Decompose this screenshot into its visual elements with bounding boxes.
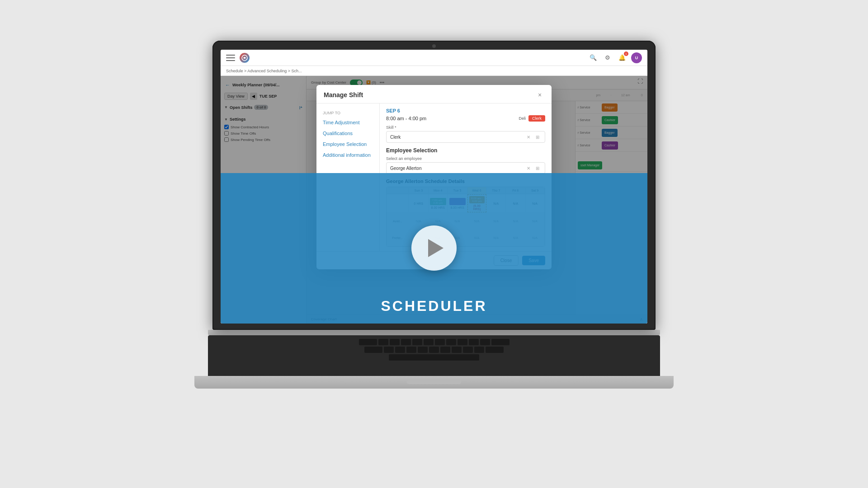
- video-player[interactable]: SCHEDULER: [221, 173, 647, 324]
- key-k: [463, 347, 473, 353]
- modal-date: SEP 6: [386, 108, 545, 113]
- key-r: [412, 339, 422, 345]
- top-nav: 🔍 ⚙ 🔔 1 U: [221, 50, 647, 66]
- key-s: [395, 347, 405, 353]
- modal-close-button[interactable]: ×: [535, 90, 544, 99]
- modal-title: Manage Shift: [324, 91, 363, 99]
- clear-skill-icon[interactable]: ✕: [525, 133, 532, 141]
- key-back: [491, 339, 509, 345]
- laptop-screen: 🔍 ⚙ 🔔 1 U Schedule > Advanced Scheduling…: [221, 50, 647, 324]
- notification-badge: 1: [624, 52, 628, 56]
- employee-section-title: Employee Selection: [386, 147, 545, 154]
- key-e: [401, 339, 411, 345]
- modal-time-range: 8:00 am - 4:00 pm Deli Clerk: [386, 115, 545, 122]
- laptop-hinge: [208, 330, 660, 335]
- key-tab: [359, 339, 377, 345]
- key-u: [446, 339, 456, 345]
- key-j: [452, 347, 462, 353]
- key-g: [429, 347, 439, 353]
- search-skill-icon[interactable]: ⊞: [534, 133, 541, 141]
- skill-badge: Clerk: [528, 115, 545, 122]
- skill-input[interactable]: Clerk ✕ ⊞: [386, 131, 545, 143]
- key-i: [458, 339, 467, 345]
- notification-icon[interactable]: 🔔 1: [617, 52, 627, 63]
- nav-employee-selection[interactable]: Employee Selection: [316, 139, 379, 150]
- trackpad: [407, 380, 461, 384]
- settings-icon[interactable]: ⚙: [602, 52, 613, 63]
- skill-input-icons: ✕ ⊞: [525, 133, 541, 141]
- key-o: [469, 339, 479, 345]
- key-w: [390, 339, 400, 345]
- employee-input-icons: ✕ ⊞: [525, 164, 541, 172]
- nav-qualifications[interactable]: Qualifications: [316, 128, 379, 139]
- modal-header: Manage Shift ×: [316, 85, 552, 103]
- skill-input-value: Clerk: [390, 135, 525, 140]
- employee-input-value: George Allerton: [390, 166, 525, 171]
- laptop-base: [194, 376, 674, 389]
- play-triangle-icon: [428, 239, 443, 257]
- nav-additional-info[interactable]: Additional information: [316, 150, 379, 160]
- nav-time-adjustment[interactable]: Time Adjustment: [316, 117, 379, 128]
- breadcrumb: Schedule > Advanced Scheduling > Sch...: [221, 66, 647, 76]
- key-t: [424, 339, 434, 345]
- nav-icons: 🔍 ⚙ 🔔 1 U: [588, 52, 642, 63]
- app-logo: [240, 53, 250, 63]
- key-l: [474, 347, 484, 353]
- laptop-keyboard: [208, 335, 660, 376]
- key-space: [389, 354, 479, 361]
- key-d: [406, 347, 416, 353]
- key-y: [435, 339, 445, 345]
- employee-input[interactable]: George Allerton ✕ ⊞: [386, 162, 545, 174]
- search-icon[interactable]: 🔍: [588, 52, 599, 63]
- modal-nav-label: JUMP TO: [316, 109, 379, 117]
- skill-field-label: Skill *: [386, 125, 545, 130]
- employee-select-label: Select an employee: [386, 156, 545, 161]
- laptop-camera: [432, 44, 436, 48]
- key-h: [440, 347, 450, 353]
- play-button[interactable]: [411, 225, 457, 271]
- key-p: [480, 339, 490, 345]
- key-enter: [486, 347, 504, 353]
- key-f: [418, 347, 428, 353]
- dept-badge: Deli: [519, 116, 526, 121]
- key-a: [384, 347, 394, 353]
- key-caps: [364, 347, 382, 353]
- hamburger-menu[interactable]: [226, 55, 235, 61]
- search-employee-icon[interactable]: ⊞: [534, 164, 541, 172]
- key-q: [378, 339, 388, 345]
- scheduler-label: SCHEDULER: [381, 298, 487, 314]
- video-overlay: SCHEDULER: [221, 173, 647, 324]
- clear-employee-icon[interactable]: ✕: [525, 164, 532, 172]
- avatar[interactable]: U: [631, 52, 642, 63]
